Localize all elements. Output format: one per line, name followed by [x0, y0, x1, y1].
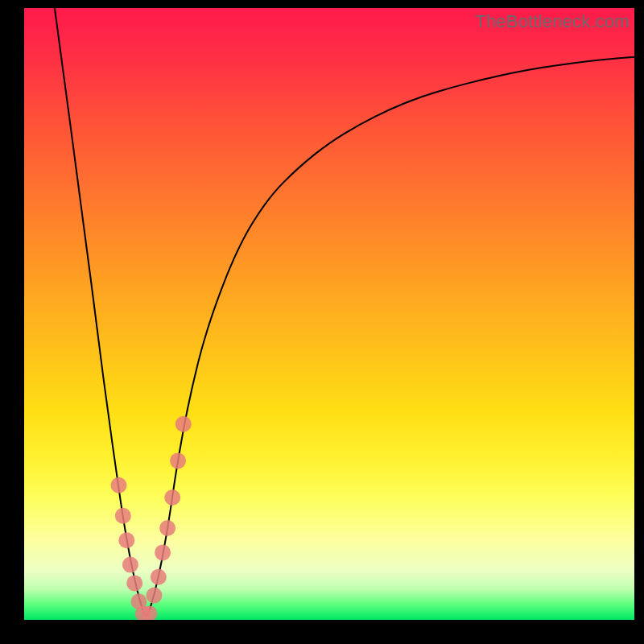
data-point-marker — [118, 532, 134, 548]
data-point-marker — [159, 520, 175, 536]
data-point-marker — [175, 416, 192, 432]
chart-frame: TheBottleneck.com — [0, 0, 644, 644]
data-point-marker — [115, 508, 131, 524]
data-point-marker — [151, 569, 167, 585]
bottleneck-curve — [55, 8, 634, 615]
chart-svg — [24, 8, 634, 620]
markers-left — [111, 477, 151, 620]
data-point-marker — [122, 557, 138, 573]
data-point-marker — [126, 575, 142, 591]
plot-area: TheBottleneck.com — [24, 8, 634, 620]
data-point-marker — [155, 544, 171, 560]
data-point-marker — [164, 489, 180, 506]
data-point-marker — [147, 588, 163, 604]
data-point-marker — [170, 452, 186, 469]
data-point-marker — [111, 477, 127, 493]
markers-right — [141, 416, 191, 620]
